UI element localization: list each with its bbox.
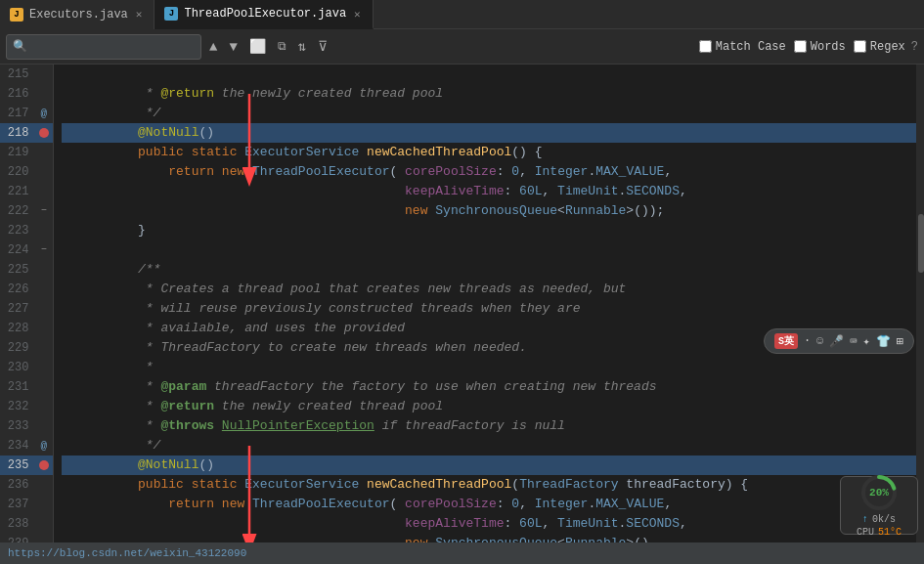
line-num-218: 218 xyxy=(0,123,34,143)
code-line-215: * @return the newly created thread pool xyxy=(62,65,924,84)
gutter-row-230: 230 xyxy=(0,358,53,377)
gutter-row-217: 217 @ xyxy=(0,104,53,123)
line-num-231: 231 xyxy=(0,377,34,397)
line-number-gutter: 215 216 217 @ 218 219 220 221 xyxy=(0,65,54,564)
gutter-row-228: 228 xyxy=(0,319,53,338)
gutter-row-219: 219 xyxy=(0,143,53,162)
gutter-row-227: 227 xyxy=(0,299,53,319)
words-label: Words xyxy=(811,40,846,54)
gutter-row-221: 221 xyxy=(0,182,53,201)
line-meta-234: @ xyxy=(34,436,53,456)
line-num-236: 236 xyxy=(0,475,34,495)
tab-threadpoolexecutor[interactable]: J ThreadPoolExecutor.java ✕ xyxy=(154,0,373,29)
regex-help-icon: ? xyxy=(911,40,918,54)
regex-option[interactable]: Regex ? xyxy=(854,40,918,54)
code-line-223 xyxy=(62,221,924,240)
match-case-checkbox[interactable] xyxy=(699,40,712,53)
line-num-223: 223 xyxy=(0,221,34,240)
line-num-230: 230 xyxy=(0,358,34,377)
gutter-row-220: 220 xyxy=(0,162,53,182)
gutter-row-232: 232 xyxy=(0,397,53,416)
java-file-icon: J xyxy=(10,8,23,22)
search-box[interactable]: 🔍 xyxy=(6,34,201,60)
line-num-238: 238 xyxy=(0,514,34,534)
gutter-row-231: 231 xyxy=(0,377,53,397)
toolbar: 🔍 ▲ ▼ ⬜ ⧉ ⇅ ⊽ Match Case Words Regex ? xyxy=(0,29,924,65)
gutter-row-229: 229 xyxy=(0,338,53,358)
gutter-row-234: 234 @ xyxy=(0,436,53,456)
gutter-row-236: 236 xyxy=(0,475,53,495)
line-num-221: 221 xyxy=(0,182,34,201)
line-meta-235 xyxy=(34,460,53,470)
line-num-219: 219 xyxy=(0,143,34,162)
code-line-224: /** xyxy=(62,240,924,260)
filter-button[interactable]: ⇅ xyxy=(294,36,310,57)
gutter-row-218: 218 xyxy=(0,123,53,143)
code-line-225: * Creates a thread pool that creates new… xyxy=(62,260,924,280)
line-num-235: 235 xyxy=(0,456,34,475)
gutter-row-215: 215 xyxy=(0,65,53,84)
line-meta-217: @ xyxy=(34,104,53,123)
tab-label-threadpoolexecutor: ThreadPoolExecutor.java xyxy=(184,7,346,21)
words-option[interactable]: Words xyxy=(794,40,846,54)
line-num-232: 232 xyxy=(0,397,34,416)
gutter-row-233: 233 xyxy=(0,416,53,436)
line-meta-218 xyxy=(34,128,53,138)
nav-down-button[interactable]: ▼ xyxy=(225,37,241,57)
gutter-row-216: 216 xyxy=(0,84,53,104)
gutter-row-223: 223 xyxy=(0,221,53,240)
breakpoint-icon-235 xyxy=(39,460,49,470)
code-line-230: * @param threadFactory the factory to us… xyxy=(62,358,924,377)
line-num-215: 215 xyxy=(0,65,34,84)
scroll-thumb[interactable] xyxy=(918,214,924,273)
gutter-row-222: 222 − xyxy=(0,201,53,221)
line-num-222: 222 xyxy=(0,201,34,221)
status-bar: https://blog.csdn.net/weixin_43122090 xyxy=(0,542,924,564)
search-icon: 🔍 xyxy=(13,39,27,54)
code-line-234: @NotNull() xyxy=(62,436,924,456)
code-content[interactable]: * @return the newly created thread pool … xyxy=(54,65,924,564)
tab-close-threadpoolexecutor[interactable]: ✕ xyxy=(352,6,363,22)
status-url: https://blog.csdn.net/weixin_43122090 xyxy=(8,547,246,559)
words-checkbox[interactable] xyxy=(794,40,807,53)
line-num-233: 233 xyxy=(0,416,34,436)
gutter-row-238: 238 xyxy=(0,514,53,534)
line-num-217: 217 xyxy=(0,104,34,123)
breakpoint-icon-218 xyxy=(39,128,49,138)
line-meta-222[interactable]: − xyxy=(34,201,53,221)
tab-bar: J Executors.java ✕ J ThreadPoolExecutor.… xyxy=(0,0,924,29)
nav-frame-button[interactable]: ⬜ xyxy=(245,36,270,57)
tab-close-executors[interactable]: ✕ xyxy=(134,6,145,22)
line-num-224: 224 xyxy=(0,240,34,260)
java-file-icon-2: J xyxy=(164,7,178,21)
line-num-228: 228 xyxy=(0,319,34,338)
line-num-237: 237 xyxy=(0,495,34,514)
gutter-row-235: 235 xyxy=(0,456,53,475)
regex-label: Regex xyxy=(870,40,905,54)
copy-button[interactable]: ⧉ xyxy=(274,38,290,56)
gutter-row-225: 225 xyxy=(0,260,53,280)
match-case-option[interactable]: Match Case xyxy=(699,40,786,54)
line-num-234: 234 xyxy=(0,436,34,456)
line-num-225: 225 xyxy=(0,260,34,280)
line-num-220: 220 xyxy=(0,162,34,182)
tab-executors[interactable]: J Executors.java ✕ xyxy=(0,0,154,29)
code-line-217: @NotNull() xyxy=(62,104,924,123)
gutter-row-224: 224 − xyxy=(0,240,53,260)
line-num-226: 226 xyxy=(0,280,34,299)
match-case-label: Match Case xyxy=(716,40,786,54)
tab-label-executors: Executors.java xyxy=(29,8,128,22)
regex-checkbox[interactable] xyxy=(854,40,866,53)
search-input[interactable] xyxy=(31,40,188,54)
line-num-227: 227 xyxy=(0,299,34,319)
code-area: 215 216 217 @ 218 219 220 221 xyxy=(0,65,924,564)
settings-button[interactable]: ⊽ xyxy=(314,36,331,57)
scroll-indicator[interactable] xyxy=(916,65,924,564)
gutter-row-226: 226 xyxy=(0,280,53,299)
line-num-216: 216 xyxy=(0,84,34,104)
line-num-229: 229 xyxy=(0,338,34,358)
nav-up-button[interactable]: ▲ xyxy=(205,37,221,57)
line-meta-224[interactable]: − xyxy=(34,240,53,260)
gutter-row-237: 237 xyxy=(0,495,53,514)
toolbar-options: Match Case Words Regex ? xyxy=(699,40,918,54)
